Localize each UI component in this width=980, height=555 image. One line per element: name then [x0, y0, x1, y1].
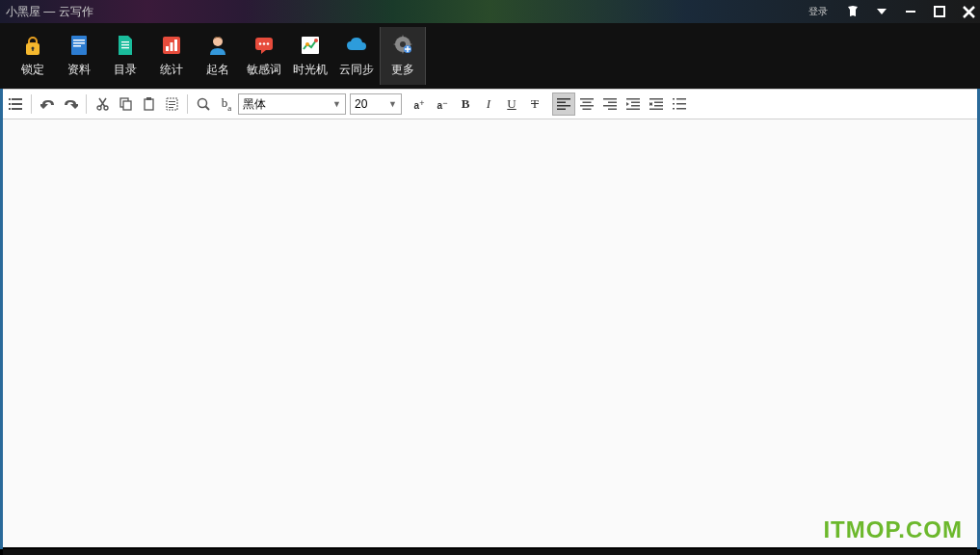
lock-icon [20, 35, 45, 56]
svg-rect-58 [631, 105, 640, 107]
minimize-button[interactable] [903, 4, 918, 19]
font-increase-icon: a+ [414, 97, 425, 112]
bold-icon: B [462, 96, 470, 112]
underline-icon: U [507, 96, 516, 112]
person-icon [205, 35, 230, 56]
svg-rect-8 [73, 45, 81, 47]
svg-rect-38 [146, 97, 151, 100]
catalog-button[interactable]: 目录 [102, 27, 148, 85]
maximize-button[interactable] [932, 4, 947, 19]
align-center-button[interactable] [575, 92, 598, 116]
editor-area[interactable] [3, 119, 977, 547]
svg-rect-61 [654, 102, 663, 104]
increase-font-button[interactable]: a+ [408, 92, 431, 116]
document-icon [113, 35, 138, 56]
svg-rect-54 [603, 105, 617, 107]
svg-rect-31 [9, 108, 11, 110]
main-toolbar: 锁定 资料 目录 统计 起名 敏感词 时光机 [0, 23, 980, 89]
svg-rect-46 [557, 105, 570, 107]
dropdown-icon[interactable] [874, 4, 889, 19]
list-button[interactable] [668, 92, 691, 116]
italic-button[interactable]: I [477, 92, 500, 116]
svg-rect-44 [557, 98, 570, 100]
svg-rect-27 [9, 98, 11, 100]
svg-rect-53 [608, 102, 617, 104]
svg-rect-41 [169, 104, 175, 105]
fontsize-select[interactable]: 20 ▼ [350, 93, 402, 115]
indent-button[interactable] [645, 92, 668, 116]
theme-icon[interactable] [845, 4, 861, 19]
italic-icon: I [487, 96, 490, 112]
svg-rect-15 [174, 40, 177, 51]
svg-rect-51 [583, 109, 592, 111]
typeset-button[interactable] [4, 92, 27, 116]
svg-point-18 [259, 42, 262, 45]
svg-rect-66 [673, 103, 675, 105]
cloudsync-button[interactable]: 云同步 [333, 27, 380, 85]
login-link[interactable]: 登录 [808, 5, 828, 18]
svg-rect-63 [649, 109, 663, 111]
catalog-label: 目录 [114, 62, 137, 78]
svg-rect-47 [557, 109, 566, 111]
replace-button[interactable]: ba [215, 92, 238, 116]
svg-rect-37 [145, 99, 153, 110]
undo-button[interactable] [36, 92, 59, 116]
svg-point-33 [97, 106, 101, 110]
svg-point-25 [400, 41, 406, 47]
svg-rect-62 [654, 105, 663, 107]
cut-button[interactable] [91, 92, 114, 116]
search-button[interactable] [192, 92, 215, 116]
strikethrough-button[interactable]: T [523, 92, 546, 116]
svg-rect-68 [673, 108, 675, 110]
copy-button[interactable] [114, 92, 137, 116]
svg-point-19 [263, 42, 266, 45]
paste-button[interactable] [137, 92, 160, 116]
svg-rect-60 [649, 98, 663, 100]
outdent-button[interactable] [622, 92, 645, 116]
svg-point-43 [199, 99, 207, 108]
svg-rect-49 [583, 102, 592, 104]
svg-rect-69 [676, 108, 686, 110]
separator [187, 94, 188, 114]
font-value: 黑体 [243, 96, 266, 113]
underline-button[interactable]: U [500, 92, 523, 116]
timemachine-button[interactable]: 时光机 [287, 27, 333, 85]
svg-rect-32 [12, 108, 22, 110]
more-button[interactable]: 更多 [380, 27, 426, 85]
lock-button[interactable]: 锁定 [10, 27, 56, 85]
align-right-button[interactable] [598, 92, 622, 116]
stats-button[interactable]: 统计 [148, 27, 195, 85]
sensitive-button[interactable]: 敏感词 [241, 27, 287, 85]
app-title: 小黑屋 — 云写作 [4, 4, 93, 20]
bold-button[interactable]: B [454, 92, 477, 116]
font-select[interactable]: 黑体 ▼ [238, 93, 346, 115]
svg-rect-4 [32, 48, 33, 51]
fontsize-value: 20 [355, 97, 367, 111]
sensitive-label: 敏感词 [247, 62, 281, 78]
select-all-button[interactable] [160, 92, 183, 116]
decrease-font-button[interactable]: a− [431, 92, 454, 116]
svg-point-22 [305, 42, 309, 46]
stats-label: 统计 [160, 62, 183, 78]
edit-toolbar: ba 黑体 ▼ 20 ▼ a+ a− B I U T [0, 89, 980, 119]
gear-icon [390, 35, 415, 56]
svg-rect-42 [169, 107, 173, 108]
svg-rect-48 [580, 98, 594, 100]
naming-label: 起名 [206, 62, 229, 78]
svg-rect-64 [673, 98, 675, 100]
svg-rect-30 [12, 103, 22, 105]
resources-label: 资料 [67, 62, 91, 78]
svg-rect-29 [9, 103, 11, 105]
redo-button[interactable] [59, 92, 82, 116]
cloudsync-label: 云同步 [339, 62, 374, 78]
bottom-border [3, 549, 977, 555]
naming-button[interactable]: 起名 [195, 27, 241, 85]
resources-button[interactable]: 资料 [56, 27, 102, 85]
svg-point-23 [314, 39, 318, 42]
chart-icon [159, 35, 184, 56]
svg-rect-11 [121, 47, 129, 48]
lock-label: 锁定 [21, 62, 44, 78]
align-left-button[interactable] [552, 92, 575, 116]
close-button[interactable] [961, 4, 976, 19]
book-icon [66, 35, 92, 56]
